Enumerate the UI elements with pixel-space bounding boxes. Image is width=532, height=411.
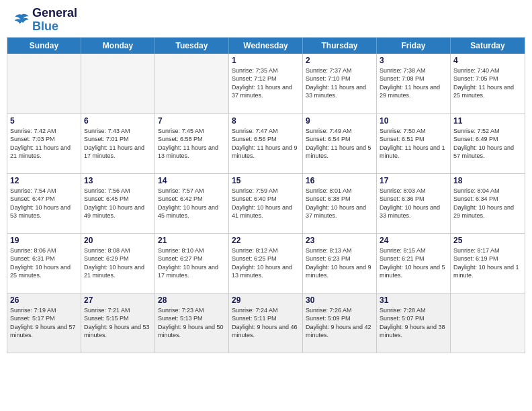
- day-info: Sunrise: 8:04 AMSunset: 6:34 PMDaylight:…: [453, 187, 522, 220]
- day-number: 26: [10, 295, 78, 305]
- day-info: Sunrise: 7:26 AMSunset: 5:09 PMDaylight:…: [306, 306, 373, 340]
- calendar-cell: 4Sunrise: 7:40 AMSunset: 7:05 PMDaylight…: [451, 54, 525, 113]
- logo-icon: [13, 12, 30, 28]
- day-number: 29: [232, 295, 300, 305]
- day-info: Sunrise: 7:42 AMSunset: 7:03 PMDaylight:…: [10, 127, 78, 161]
- calendar-cell: 31Sunrise: 7:28 AMSunset: 5:07 PMDayligh…: [377, 293, 451, 353]
- day-info: Sunrise: 7:19 AMSunset: 5:17 PMDaylight:…: [10, 306, 78, 340]
- day-number: 31: [380, 295, 447, 305]
- day-info: Sunrise: 7:45 AMSunset: 6:58 PMDaylight:…: [158, 127, 226, 161]
- calendar-cell: [451, 293, 525, 353]
- calendar-cell: 10Sunrise: 7:50 AMSunset: 6:51 PMDayligh…: [377, 114, 451, 173]
- day-info: Sunrise: 7:57 AMSunset: 6:42 PMDaylight:…: [158, 187, 226, 220]
- day-info: Sunrise: 7:35 AMSunset: 7:12 PMDaylight:…: [232, 66, 300, 100]
- calendar-cell: 25Sunrise: 8:17 AMSunset: 6:19 PMDayligh…: [451, 234, 525, 293]
- day-info: Sunrise: 8:12 AMSunset: 6:25 PMDaylight:…: [232, 246, 300, 280]
- day-info: Sunrise: 7:56 AMSunset: 6:45 PMDaylight:…: [84, 187, 152, 220]
- day-info: Sunrise: 8:15 AMSunset: 6:21 PMDaylight:…: [380, 246, 447, 280]
- day-number: 11: [453, 116, 522, 126]
- day-number: 23: [306, 236, 373, 245]
- day-info: Sunrise: 8:10 AMSunset: 6:27 PMDaylight:…: [158, 246, 226, 280]
- day-number: 8: [232, 116, 300, 126]
- calendar-cell: 1Sunrise: 7:35 AMSunset: 7:12 PMDaylight…: [229, 54, 303, 113]
- calendar-week: 19Sunrise: 8:06 AMSunset: 6:31 PMDayligh…: [7, 233, 525, 293]
- day-info: Sunrise: 7:21 AMSunset: 5:15 PMDaylight:…: [84, 306, 152, 340]
- calendar-cell: 28Sunrise: 7:23 AMSunset: 5:13 PMDayligh…: [155, 293, 229, 353]
- weekday-header: Friday: [377, 38, 451, 54]
- day-info: Sunrise: 8:17 AMSunset: 6:19 PMDaylight:…: [453, 246, 522, 280]
- day-info: Sunrise: 7:54 AMSunset: 6:47 PMDaylight:…: [10, 187, 78, 220]
- day-info: Sunrise: 7:59 AMSunset: 6:40 PMDaylight:…: [232, 187, 300, 220]
- calendar-cell: 13Sunrise: 7:56 AMSunset: 6:45 PMDayligh…: [81, 174, 155, 233]
- weekday-header: Thursday: [303, 38, 377, 54]
- calendar-cell: [7, 54, 81, 113]
- calendar-cell: 15Sunrise: 7:59 AMSunset: 6:40 PMDayligh…: [229, 174, 303, 233]
- calendar-cell: 30Sunrise: 7:26 AMSunset: 5:09 PMDayligh…: [303, 293, 377, 353]
- calendar-body: 1Sunrise: 7:35 AMSunset: 7:12 PMDaylight…: [7, 54, 525, 353]
- day-info: Sunrise: 7:43 AMSunset: 7:01 PMDaylight:…: [84, 127, 152, 161]
- weekday-header: Tuesday: [155, 38, 229, 54]
- day-info: Sunrise: 7:47 AMSunset: 6:56 PMDaylight:…: [232, 127, 300, 161]
- calendar-cell: 12Sunrise: 7:54 AMSunset: 6:47 PMDayligh…: [7, 174, 81, 233]
- day-info: Sunrise: 7:52 AMSunset: 6:49 PMDaylight:…: [453, 127, 522, 161]
- day-number: 24: [380, 236, 447, 245]
- page-header: General Blue: [0, 0, 532, 37]
- calendar-cell: 11Sunrise: 7:52 AMSunset: 6:49 PMDayligh…: [451, 114, 525, 173]
- day-info: Sunrise: 8:13 AMSunset: 6:23 PMDaylight:…: [306, 246, 373, 280]
- calendar: SundayMondayTuesdayWednesdayThursdayFrid…: [7, 37, 525, 353]
- calendar-cell: 3Sunrise: 7:38 AMSunset: 7:08 PMDaylight…: [377, 54, 451, 113]
- day-info: Sunrise: 7:49 AMSunset: 6:54 PMDaylight:…: [306, 127, 373, 161]
- calendar-cell: 21Sunrise: 8:10 AMSunset: 6:27 PMDayligh…: [155, 234, 229, 293]
- day-number: 1: [232, 56, 300, 65]
- day-number: 17: [380, 176, 447, 185]
- calendar-cell: 18Sunrise: 8:04 AMSunset: 6:34 PMDayligh…: [451, 174, 525, 233]
- day-number: 27: [84, 295, 152, 305]
- day-number: 7: [158, 116, 226, 126]
- calendar-week: 26Sunrise: 7:19 AMSunset: 5:17 PMDayligh…: [7, 293, 525, 353]
- calendar-cell: 19Sunrise: 8:06 AMSunset: 6:31 PMDayligh…: [7, 234, 81, 293]
- day-info: Sunrise: 7:50 AMSunset: 6:51 PMDaylight:…: [380, 127, 447, 161]
- logo-text: General Blue: [32, 7, 77, 34]
- day-number: 20: [84, 236, 152, 245]
- day-number: 6: [84, 116, 152, 126]
- calendar-cell: 5Sunrise: 7:42 AMSunset: 7:03 PMDaylight…: [7, 114, 81, 173]
- calendar-cell: 6Sunrise: 7:43 AMSunset: 7:01 PMDaylight…: [81, 114, 155, 173]
- day-number: 4: [453, 56, 522, 65]
- calendar-cell: 8Sunrise: 7:47 AMSunset: 6:56 PMDaylight…: [229, 114, 303, 173]
- calendar-cell: 2Sunrise: 7:37 AMSunset: 7:10 PMDaylight…: [303, 54, 377, 113]
- day-number: 13: [84, 176, 152, 185]
- day-info: Sunrise: 7:23 AMSunset: 5:13 PMDaylight:…: [158, 306, 226, 340]
- calendar-week: 12Sunrise: 7:54 AMSunset: 6:47 PMDayligh…: [7, 173, 525, 233]
- calendar-cell: 14Sunrise: 7:57 AMSunset: 6:42 PMDayligh…: [155, 174, 229, 233]
- day-info: Sunrise: 7:24 AMSunset: 5:11 PMDaylight:…: [232, 306, 300, 340]
- day-info: Sunrise: 8:03 AMSunset: 6:36 PMDaylight:…: [380, 187, 447, 220]
- day-number: 19: [10, 236, 78, 245]
- calendar-cell: 26Sunrise: 7:19 AMSunset: 5:17 PMDayligh…: [7, 293, 81, 353]
- calendar-cell: 7Sunrise: 7:45 AMSunset: 6:58 PMDaylight…: [155, 114, 229, 173]
- calendar-cell: 27Sunrise: 7:21 AMSunset: 5:15 PMDayligh…: [81, 293, 155, 353]
- calendar-cell: 23Sunrise: 8:13 AMSunset: 6:23 PMDayligh…: [303, 234, 377, 293]
- day-info: Sunrise: 8:08 AMSunset: 6:29 PMDaylight:…: [84, 246, 152, 280]
- day-number: 22: [232, 236, 300, 245]
- logo: General Blue: [13, 7, 77, 34]
- day-info: Sunrise: 7:40 AMSunset: 7:05 PMDaylight:…: [453, 66, 522, 100]
- day-number: 2: [306, 56, 373, 65]
- day-number: 12: [10, 176, 78, 185]
- calendar-cell: 24Sunrise: 8:15 AMSunset: 6:21 PMDayligh…: [377, 234, 451, 293]
- weekday-header: Saturday: [451, 38, 525, 54]
- calendar-cell: 9Sunrise: 7:49 AMSunset: 6:54 PMDaylight…: [303, 114, 377, 173]
- calendar-cell: [81, 54, 155, 113]
- day-info: Sunrise: 8:01 AMSunset: 6:38 PMDaylight:…: [306, 187, 373, 220]
- day-number: 18: [453, 176, 522, 185]
- calendar-cell: 17Sunrise: 8:03 AMSunset: 6:36 PMDayligh…: [377, 174, 451, 233]
- weekday-header: Sunday: [7, 38, 81, 54]
- day-info: Sunrise: 7:28 AMSunset: 5:07 PMDaylight:…: [380, 306, 447, 340]
- day-number: 21: [158, 236, 226, 245]
- weekday-header: Monday: [81, 38, 155, 54]
- calendar-cell: 16Sunrise: 8:01 AMSunset: 6:38 PMDayligh…: [303, 174, 377, 233]
- weekday-header: Wednesday: [229, 38, 303, 54]
- day-number: 30: [306, 295, 373, 305]
- day-number: 28: [158, 295, 226, 305]
- day-info: Sunrise: 7:38 AMSunset: 7:08 PMDaylight:…: [380, 66, 447, 100]
- calendar-week: 1Sunrise: 7:35 AMSunset: 7:12 PMDaylight…: [7, 54, 525, 113]
